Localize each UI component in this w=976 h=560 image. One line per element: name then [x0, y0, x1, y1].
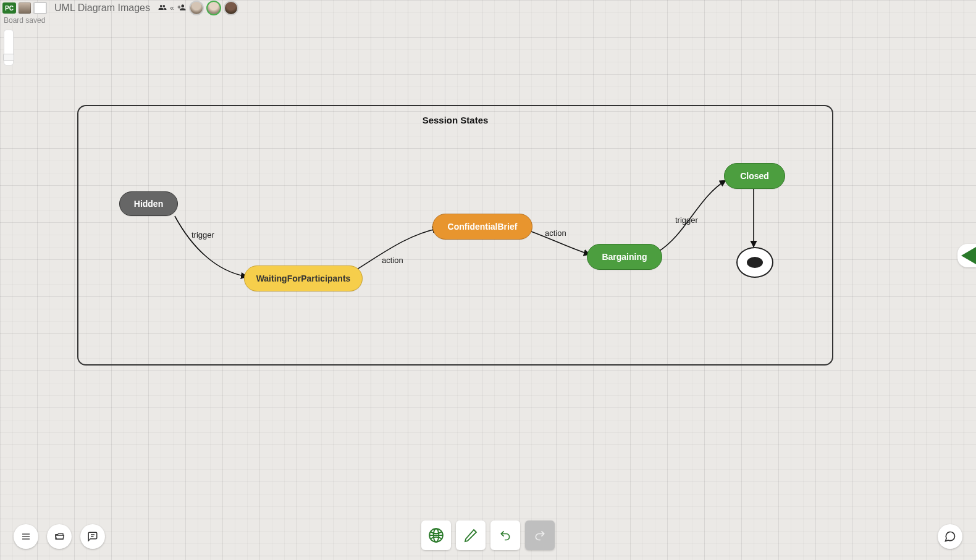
project-badge[interactable]: PC: [2, 2, 16, 14]
redo-button[interactable]: [525, 520, 555, 550]
open-button[interactable]: [47, 524, 72, 549]
edit-button[interactable]: [456, 520, 486, 550]
status-text: Board saved: [4, 16, 45, 25]
avatar[interactable]: [206, 1, 221, 15]
avatar[interactable]: [189, 1, 204, 15]
top-toolbar: PC UML Diagram Images «: [0, 0, 976, 16]
final-state[interactable]: [736, 247, 773, 278]
bottom-right-toolbar: [938, 524, 962, 549]
edge-label: trigger: [675, 215, 698, 225]
blank-avatar[interactable]: [33, 2, 47, 14]
state-hidden[interactable]: Hidden: [119, 191, 178, 216]
menu-button[interactable]: [14, 524, 38, 549]
edge-label: trigger: [191, 230, 214, 240]
comments-button[interactable]: [80, 524, 105, 549]
bottom-center-toolbar: [421, 520, 555, 550]
diagram-title: Session States: [78, 115, 832, 125]
avatar[interactable]: [19, 2, 31, 14]
undo-button[interactable]: [490, 520, 520, 550]
bottom-left-toolbar: [14, 524, 105, 549]
avatar[interactable]: [224, 1, 238, 15]
group-icon[interactable]: [158, 3, 167, 14]
add-user-icon[interactable]: [177, 3, 187, 14]
chat-button[interactable]: [938, 524, 962, 549]
state-waiting[interactable]: WaitingForParticipants: [244, 265, 363, 291]
board-title[interactable]: UML Diagram Images: [54, 2, 150, 14]
globe-button[interactable]: [421, 520, 451, 550]
edge-label: action: [382, 256, 403, 265]
zoom-slider[interactable]: [4, 30, 14, 65]
collapse-icon[interactable]: «: [170, 4, 174, 12]
edge-label: action: [545, 228, 566, 238]
state-bargaining[interactable]: Bargaining: [587, 244, 662, 270]
state-confidential[interactable]: ConfidentialBrief: [432, 214, 532, 240]
state-closed[interactable]: Closed: [724, 163, 785, 189]
